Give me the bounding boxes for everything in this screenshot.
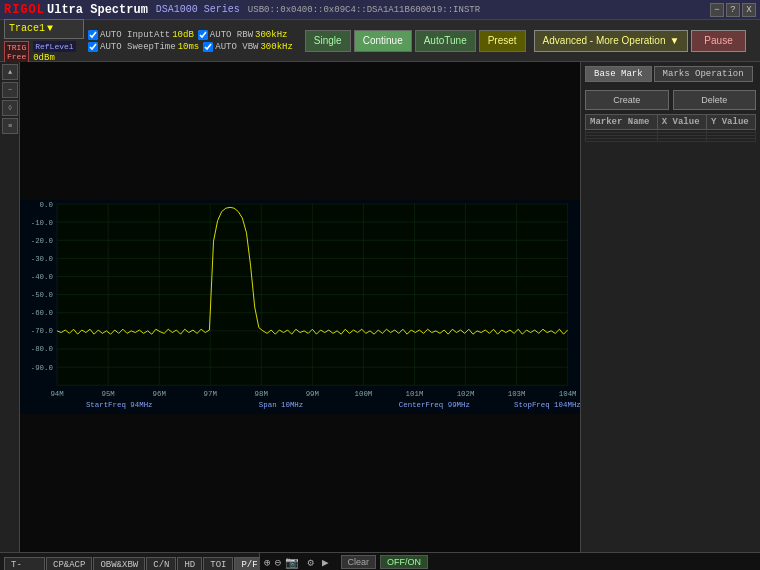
bottom-chart-area: ⊕ ⊖ 📷 ⚙ ▶ Clear OFF/ON <box>260 553 760 570</box>
pause-button[interactable]: Pause <box>691 30 745 52</box>
svg-text:98M: 98M <box>255 390 268 398</box>
svg-text:95M: 95M <box>101 390 114 398</box>
auto-input-att-value: 10dB <box>172 30 194 40</box>
delete-button[interactable]: Delete <box>673 90 757 110</box>
title-bar: RIGOL Ultra Spectrum DSA1000 Series USB0… <box>0 0 760 20</box>
auto-vbw-checkbox[interactable] <box>203 42 213 52</box>
obwxbw-tab[interactable]: OBW&XBW <box>93 557 145 570</box>
level-icon[interactable]: ≡ <box>2 118 18 134</box>
marker-table: Marker Name X Value Y Value <box>585 114 756 142</box>
opel-icon[interactable]: ◊ <box>2 100 18 116</box>
cn-tab[interactable]: C/N <box>146 557 176 570</box>
auto-input-att-check[interactable]: AUTO InputAtt 10dB <box>88 30 194 40</box>
right-panel: Base Mark Marks Operation Create Delete … <box>580 62 760 552</box>
usb-info: USB0::0x0400::0x09C4::DSA1A11B600019::IN… <box>248 5 480 15</box>
toi-tab[interactable]: TOI <box>203 557 233 570</box>
svg-text:100M: 100M <box>355 390 373 398</box>
svg-text:-40.0: -40.0 <box>31 273 53 281</box>
col-marker-name: Marker Name <box>586 115 658 130</box>
bottom-chart-header: ⊕ ⊖ 📷 ⚙ ▶ Clear OFF/ON <box>260 553 760 570</box>
rigol-logo: RIGOL <box>4 3 45 17</box>
auto-rbw-value: 300kHz <box>255 30 287 40</box>
svg-text:-70.0: -70.0 <box>31 327 53 335</box>
advanced-button[interactable]: Advanced - More Operation ▼ <box>534 30 689 52</box>
auto-sweep-label: AUTO SweepTime <box>100 42 176 52</box>
trig-label: TRIGFree <box>4 41 29 63</box>
spectrum-svg: 0.0 -10.0 -20.0 -30.0 -40.0 -50.0 -60.0 … <box>20 62 580 552</box>
panel-tabs: Base Mark Marks Operation <box>585 66 756 82</box>
advanced-label: Advanced - More Operation <box>543 35 666 46</box>
settings-icon[interactable]: ⚙ <box>307 556 314 569</box>
continue-button[interactable]: Continue <box>354 30 412 52</box>
peak-icon[interactable]: ▲ <box>2 64 18 80</box>
marks-operation-tab[interactable]: Marks Operation <box>654 66 753 82</box>
svg-text:99M: 99M <box>306 390 319 398</box>
svg-text:-10.0: -10.0 <box>31 219 53 227</box>
svg-text:-80.0: -80.0 <box>31 345 53 353</box>
preset-button[interactable]: Preset <box>479 30 526 52</box>
trace-select[interactable]: Trace1 ▼ <box>4 19 84 39</box>
svg-text:94M: 94M <box>50 390 63 398</box>
svg-text:0.0: 0.0 <box>40 201 53 209</box>
svg-text:StopFreq 104MHz: StopFreq 104MHz <box>514 401 580 409</box>
minimize-button[interactable]: − <box>710 3 724 17</box>
series-name: DSA1000 Series <box>156 4 240 15</box>
onoff-button[interactable]: OFF/ON <box>380 555 428 569</box>
auto-rbw-checkbox[interactable] <box>198 30 208 40</box>
trace-dropdown-arrow: ▼ <box>47 23 53 34</box>
auto-input-att-checkbox[interactable] <box>88 30 98 40</box>
panel-button-row: Create Delete <box>585 90 756 110</box>
close-button[interactable]: X <box>742 3 756 17</box>
auto-sweep-value: 10ms <box>178 42 200 52</box>
bottom-tabs: T-Power CP&ACP OBW&XBW C/N HD TOI P/F <box>4 557 255 570</box>
svg-text:103M: 103M <box>508 390 526 398</box>
auto-rbw-check[interactable]: AUTO RBW 300kHz <box>198 30 288 40</box>
zoom-out-icon[interactable]: ⊖ <box>275 556 282 569</box>
advanced-dropdown-icon: ▼ <box>669 35 679 46</box>
svg-text:-20.0: -20.0 <box>31 237 53 245</box>
bottom-section: T-Power CP&ACP OBW&XBW C/N HD TOI P/F Ma… <box>0 552 760 570</box>
svg-text:-30.0: -30.0 <box>31 255 53 263</box>
window-controls: − ? X <box>710 3 756 17</box>
trace-label: Trace1 <box>9 23 45 34</box>
cpacp-tab[interactable]: CP&ACP <box>46 557 92 570</box>
tpower-tab[interactable]: T-Power <box>4 557 45 570</box>
ref-level-label: RefLevel <box>33 41 75 52</box>
brand-name: Ultra Spectrum <box>47 3 148 17</box>
ref-level-value: 0dBm <box>33 53 75 63</box>
svg-text:96M: 96M <box>153 390 166 398</box>
base-mark-tab[interactable]: Base Mark <box>585 66 652 82</box>
auto-sweep-checkbox[interactable] <box>88 42 98 52</box>
screenshot-icon[interactable]: 📷 <box>285 556 299 569</box>
help-button[interactable]: ? <box>726 3 740 17</box>
table-row <box>586 139 756 142</box>
svg-text:Span 10MHz: Span 10MHz <box>259 401 303 409</box>
hd-tab[interactable]: HD <box>177 557 202 570</box>
svg-text:StartFreq 94MHz: StartFreq 94MHz <box>86 401 153 409</box>
top-toolbar: Trace1 ▼ TRIGFree RefLevel 0dBm AUTO Inp… <box>0 20 760 62</box>
col-x-value: X Value <box>657 115 706 130</box>
main-area: ▲ ~ ◊ ≡ <box>0 62 760 552</box>
svg-text:101M: 101M <box>406 390 424 398</box>
auto-vbw-label: AUTO VBW <box>215 42 258 52</box>
auto-rbw-label: AUTO RBW <box>210 30 253 40</box>
bottom-left-panel: T-Power CP&ACP OBW&XBW C/N HD TOI P/F Ma… <box>0 553 260 570</box>
cw-icon[interactable]: ~ <box>2 82 18 98</box>
auto-sweep-check[interactable]: AUTO SweepTime 10ms <box>88 42 199 52</box>
svg-text:104M: 104M <box>559 390 577 398</box>
single-button[interactable]: Single <box>305 30 351 52</box>
svg-text:-50.0: -50.0 <box>31 291 53 299</box>
create-button[interactable]: Create <box>585 90 669 110</box>
svg-text:102M: 102M <box>457 390 475 398</box>
col-y-value: Y Value <box>706 115 755 130</box>
autotune-button[interactable]: AutoTune <box>415 30 476 52</box>
arrow-right-icon[interactable]: ▶ <box>322 556 329 569</box>
left-side-panel: ▲ ~ ◊ ≡ <box>0 62 20 552</box>
auto-vbw-check[interactable]: AUTO VBW 300kHz <box>203 42 293 52</box>
svg-text:-60.0: -60.0 <box>31 309 53 317</box>
svg-text:CenterFreq 99MHz: CenterFreq 99MHz <box>399 401 470 409</box>
svg-text:-90.0: -90.0 <box>31 364 53 372</box>
zoom-icon[interactable]: ⊕ <box>264 556 271 569</box>
clear-button[interactable]: Clear <box>341 555 377 569</box>
main-chart-area: 0.0 -10.0 -20.0 -30.0 -40.0 -50.0 -60.0 … <box>20 62 580 552</box>
